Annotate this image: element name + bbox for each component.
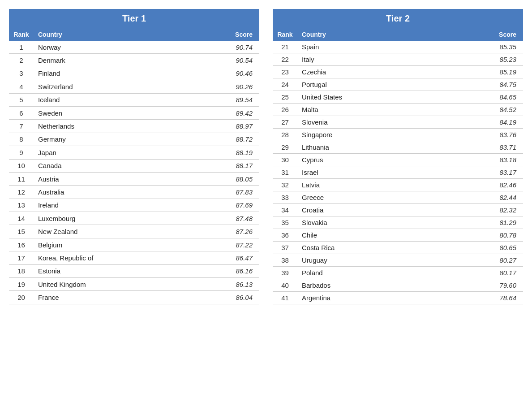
table-row: 11 Austria 88.05: [9, 172, 259, 185]
rank-cell: 19: [9, 278, 34, 291]
country-cell: Luxembourg: [34, 212, 219, 225]
table-row: 33 Greece 82.44: [273, 191, 523, 204]
table-row: 26 Malta 84.52: [273, 104, 523, 116]
table-row: 29 Lithuania 83.71: [273, 141, 523, 154]
table-row: 28 Singapore 83.76: [273, 129, 523, 141]
country-cell: Latvia: [297, 179, 483, 191]
country-cell: Korea, Republic of: [34, 251, 219, 264]
table-row: 21 Spain 85.35: [273, 41, 523, 53]
tables-container: Tier 1 Rank Country Score 1 Norway 90.74…: [9, 9, 523, 304]
table-row: 13 Ireland 87.69: [9, 199, 259, 212]
table-row: 32 Latvia 82.46: [273, 179, 523, 191]
tier1-table: Tier 1 Rank Country Score 1 Norway 90.74…: [9, 9, 259, 304]
score-cell: 86.16: [219, 264, 259, 277]
rank-cell: 4: [9, 80, 34, 93]
table-row: 31 Israel 83.17: [273, 166, 523, 179]
table-row: 27 Slovenia 84.19: [273, 116, 523, 129]
rank-cell: 15: [9, 225, 34, 238]
country-cell: Norway: [34, 41, 219, 54]
tier2-col-rank: Rank: [273, 28, 297, 41]
tier1-title: Tier 1: [9, 9, 259, 28]
table-row: 12 Australia 87.83: [9, 186, 259, 199]
country-cell: Netherlands: [34, 120, 219, 133]
score-cell: 88.72: [219, 133, 259, 146]
rank-cell: 9: [9, 146, 34, 159]
score-cell: 88.19: [219, 146, 259, 159]
score-cell: 83.76: [483, 129, 523, 141]
country-cell: Sweden: [34, 106, 219, 119]
table-row: 6 Sweden 89.42: [9, 106, 259, 119]
table-row: 17 Korea, Republic of 86.47: [9, 251, 259, 264]
table-row: 35 Slovakia 81.29: [273, 216, 523, 229]
country-cell: Slovakia: [297, 216, 483, 229]
score-cell: 86.13: [219, 278, 259, 291]
rank-cell: 41: [273, 292, 297, 304]
rank-cell: 7: [9, 120, 34, 133]
tier2-col-country: Country: [297, 28, 483, 41]
rank-cell: 20: [9, 291, 34, 304]
score-cell: 80.78: [483, 229, 523, 242]
rank-cell: 22: [273, 53, 297, 66]
country-cell: Costa Rica: [297, 242, 483, 254]
score-cell: 87.48: [219, 212, 259, 225]
country-cell: Australia: [34, 186, 219, 199]
country-cell: Czechia: [297, 66, 483, 78]
score-cell: 86.04: [219, 291, 259, 304]
tier2-col-score: Score: [483, 28, 523, 41]
country-cell: Slovenia: [297, 116, 483, 129]
rank-cell: 38: [273, 254, 297, 267]
table-row: 30 Cyprus 83.18: [273, 154, 523, 166]
country-cell: Israel: [297, 166, 483, 179]
table-row: 18 Estonia 86.16: [9, 264, 259, 277]
table-row: 10 Canada 88.17: [9, 159, 259, 172]
country-cell: Estonia: [34, 264, 219, 277]
country-cell: Finland: [34, 67, 219, 80]
country-cell: Malta: [297, 104, 483, 116]
score-cell: 82.44: [483, 191, 523, 204]
score-cell: 88.05: [219, 172, 259, 185]
table-row: 23 Czechia 85.19: [273, 66, 523, 78]
score-cell: 80.17: [483, 267, 523, 279]
score-cell: 84.19: [483, 116, 523, 129]
score-cell: 89.54: [219, 93, 259, 106]
country-cell: Switzerland: [34, 80, 219, 93]
table-row: 41 Argentina 78.64: [273, 292, 523, 304]
country-cell: Japan: [34, 146, 219, 159]
rank-cell: 25: [273, 91, 297, 104]
rank-cell: 5: [9, 93, 34, 106]
country-cell: Chile: [297, 229, 483, 242]
rank-cell: 2: [9, 54, 34, 67]
table-row: 8 Germany 88.72: [9, 133, 259, 146]
rank-cell: 29: [273, 141, 297, 154]
score-cell: 79.60: [483, 279, 523, 292]
table-row: 20 France 86.04: [9, 291, 259, 304]
country-cell: Denmark: [34, 54, 219, 67]
rank-cell: 18: [9, 264, 34, 277]
tier1-col-country: Country: [34, 28, 219, 41]
country-cell: Poland: [297, 267, 483, 279]
country-cell: Argentina: [297, 292, 483, 304]
country-cell: New Zealand: [34, 225, 219, 238]
rank-cell: 40: [273, 279, 297, 292]
table-row: 19 United Kingdom 86.13: [9, 278, 259, 291]
score-cell: 82.46: [483, 179, 523, 191]
score-cell: 87.22: [219, 238, 259, 251]
score-cell: 90.74: [219, 41, 259, 54]
rank-cell: 13: [9, 199, 34, 212]
table-row: 4 Switzerland 90.26: [9, 80, 259, 93]
score-cell: 90.54: [219, 54, 259, 67]
rank-cell: 24: [273, 78, 297, 91]
country-cell: Canada: [34, 159, 219, 172]
rank-cell: 26: [273, 104, 297, 116]
score-cell: 86.47: [219, 251, 259, 264]
score-cell: 83.71: [483, 141, 523, 154]
country-cell: Germany: [34, 133, 219, 146]
country-cell: France: [34, 291, 219, 304]
rank-cell: 8: [9, 133, 34, 146]
table-row: 9 Japan 88.19: [9, 146, 259, 159]
country-cell: Uruguay: [297, 254, 483, 267]
rank-cell: 11: [9, 172, 34, 185]
country-cell: Portugal: [297, 78, 483, 91]
table-row: 1 Norway 90.74: [9, 41, 259, 54]
table-row: 39 Poland 80.17: [273, 267, 523, 279]
